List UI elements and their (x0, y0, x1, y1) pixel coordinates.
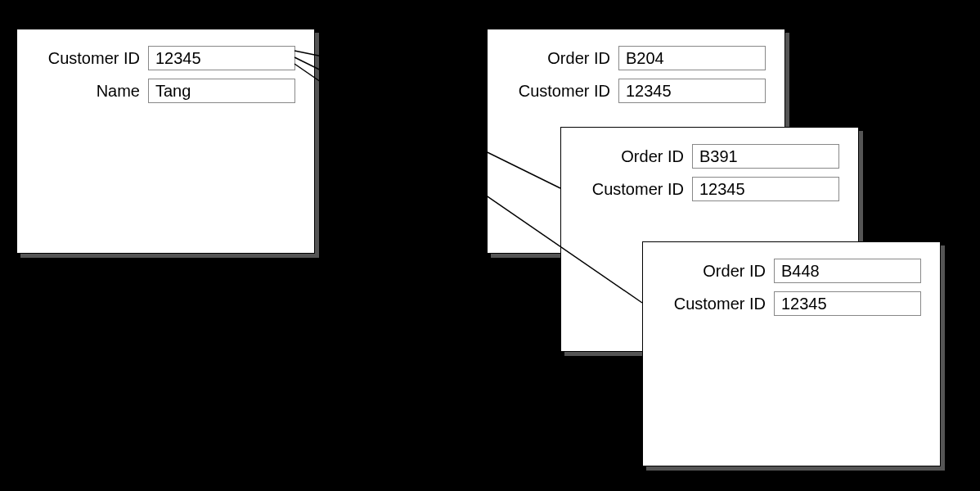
order-2-customer-id-label: Customer ID (578, 180, 684, 199)
customer-id-value: 12345 (148, 46, 295, 70)
order-1-id-row: Order ID B204 (504, 46, 766, 70)
customer-name-label: Name (34, 82, 140, 101)
order-1-id-label: Order ID (504, 49, 610, 68)
order-1-customer-id-value: 12345 (618, 79, 766, 103)
customer-id-row: Customer ID 12345 (34, 46, 295, 70)
customer-id-label: Customer ID (34, 49, 140, 68)
customer-card: Customer ID 12345 Name Tang (16, 29, 315, 254)
customer-name-row: Name Tang (34, 79, 295, 103)
order-3-customer-id-row: Customer ID 12345 (659, 291, 921, 316)
order-card-3: Order ID B448 Customer ID 12345 (642, 241, 941, 466)
order-2-customer-id-row: Customer ID 12345 (578, 177, 839, 201)
order-2-id-row: Order ID B391 (578, 144, 839, 169)
order-3-id-value: B448 (774, 259, 921, 283)
order-2-id-label: Order ID (578, 147, 684, 166)
order-2-id-value: B391 (692, 144, 839, 169)
order-3-customer-id-value: 12345 (774, 291, 921, 316)
order-3-customer-id-label: Customer ID (659, 295, 766, 313)
customer-name-value: Tang (148, 79, 295, 103)
order-3-id-row: Order ID B448 (659, 259, 921, 283)
order-1-customer-id-label: Customer ID (504, 82, 610, 101)
order-1-customer-id-row: Customer ID 12345 (504, 79, 766, 103)
svg-line-0 (294, 51, 487, 90)
order-2-customer-id-value: 12345 (692, 177, 839, 201)
order-3-id-label: Order ID (659, 262, 766, 281)
order-1-id-value: B204 (618, 46, 766, 70)
